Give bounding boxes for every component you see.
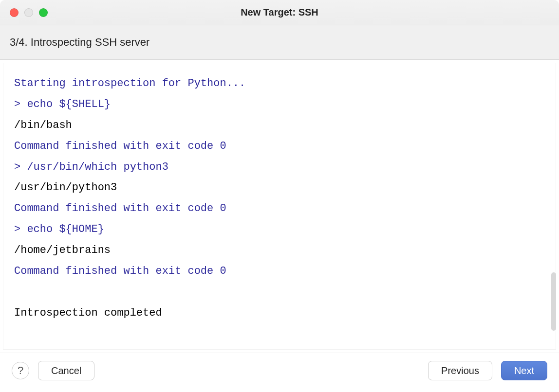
- titlebar: New Target: SSH: [0, 0, 559, 25]
- help-button[interactable]: ?: [12, 362, 29, 379]
- console-line: Command finished with exit code 0: [14, 136, 545, 157]
- cancel-button[interactable]: Cancel: [38, 361, 94, 380]
- step-header: 3/4. Introspecting SSH server: [0, 25, 559, 60]
- console-line: Introspection completed: [14, 303, 545, 324]
- next-button[interactable]: Next: [501, 361, 547, 380]
- console-line: Command finished with exit code 0: [14, 261, 545, 282]
- traffic-lights: [0, 8, 48, 17]
- console-line: Command finished with exit code 0: [14, 198, 545, 219]
- console-line: > echo ${SHELL}: [14, 94, 545, 115]
- previous-button[interactable]: Previous: [428, 361, 492, 380]
- console-line: /bin/bash: [14, 115, 545, 136]
- window-title: New Target: SSH: [0, 7, 559, 18]
- console-line: /home/jetbrains: [14, 240, 545, 261]
- console-line: > /usr/bin/which python3: [14, 157, 545, 178]
- zoom-window-button[interactable]: [39, 8, 48, 17]
- dialog-footer: ? Cancel Previous Next: [0, 353, 559, 392]
- console-line: Starting introspection for Python...: [14, 73, 545, 94]
- console-output[interactable]: Starting introspection for Python...> ec…: [3, 63, 556, 350]
- console-line: > echo ${HOME}: [14, 219, 545, 240]
- close-window-button[interactable]: [10, 8, 19, 17]
- minimize-window-button[interactable]: [24, 8, 33, 17]
- scrollbar-thumb[interactable]: [551, 272, 556, 331]
- console-line: /usr/bin/python3: [14, 178, 545, 198]
- console-line: [14, 282, 545, 303]
